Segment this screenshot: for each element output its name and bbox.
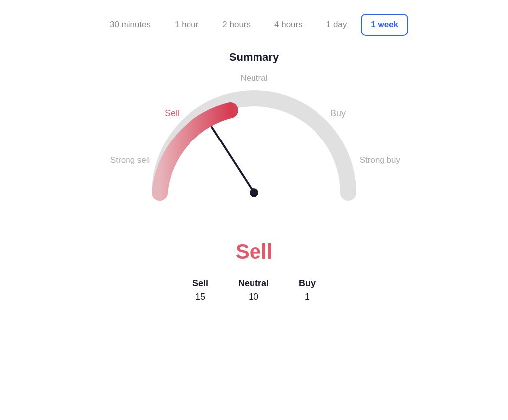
gauge-container: Neutral Sell Buy Strong sell Strong buy	[105, 69, 403, 237]
stats-row: Sell 15 Neutral 10 Buy 1	[192, 279, 316, 302]
stat-neutral-label: Neutral	[238, 279, 269, 289]
svg-line-0	[212, 127, 254, 193]
tab-1hour[interactable]: 1 hour	[165, 14, 208, 36]
tab-2hours[interactable]: 2 hours	[212, 14, 260, 36]
result-label: Sell	[236, 240, 273, 264]
stat-neutral-value: 10	[249, 292, 258, 302]
stat-sell-value: 15	[195, 292, 205, 302]
stat-buy: Buy 1	[299, 279, 316, 302]
stat-buy-value: 1	[305, 292, 310, 302]
tab-4hours[interactable]: 4 hours	[264, 14, 313, 36]
tab-1week[interactable]: 1 week	[361, 14, 408, 36]
stat-neutral: Neutral 10	[238, 279, 269, 302]
time-tabs-container: 30 minutes 1 hour 2 hours 4 hours 1 day …	[0, 0, 508, 46]
stat-sell-label: Sell	[192, 279, 208, 289]
tab-1day[interactable]: 1 day	[317, 14, 357, 36]
stat-sell: Sell 15	[192, 279, 208, 302]
stat-buy-label: Buy	[299, 279, 316, 289]
summary-title: Summary	[229, 51, 279, 64]
svg-point-1	[250, 188, 258, 197]
gauge-svg	[135, 69, 373, 217]
tab-30min[interactable]: 30 minutes	[100, 14, 161, 36]
